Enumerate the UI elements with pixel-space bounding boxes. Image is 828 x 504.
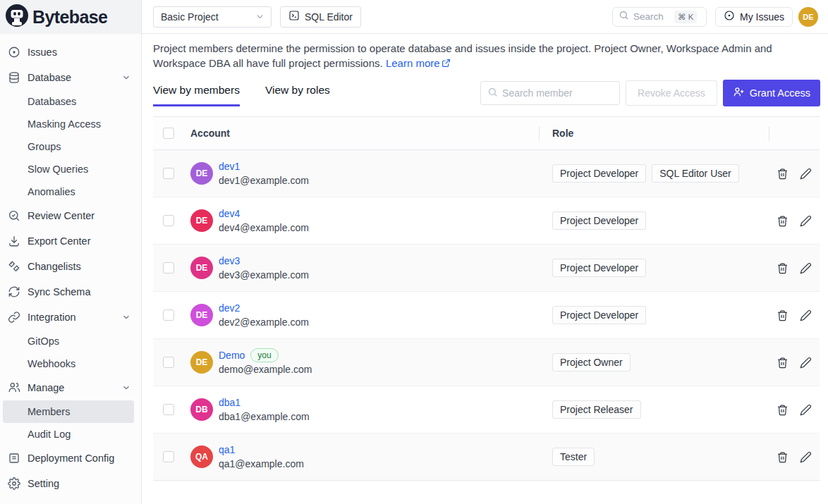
sidebar-item-audit-log[interactable]: Audit Log: [0, 423, 141, 445]
search-icon: [619, 10, 629, 23]
trash-icon[interactable]: [777, 215, 789, 227]
sidebar-item-deployment-config[interactable]: Deployment Config: [0, 445, 141, 471]
edit-pencil-icon[interactable]: [800, 404, 812, 416]
avatar: DE: [190, 351, 213, 374]
tab-view-by-roles[interactable]: View by roles: [265, 84, 330, 106]
sidebar-item-label: Review Center: [28, 210, 95, 221]
sidebar-item-label: Changelists: [28, 261, 81, 272]
refresh-icon: [7, 285, 21, 299]
sidebar-item-setting[interactable]: Setting: [0, 471, 141, 496]
sidebar-item-label: Export Center: [28, 235, 90, 247]
trash-icon[interactable]: [777, 404, 789, 416]
row-checkbox[interactable]: [163, 262, 174, 273]
top-nav: Basic Project SQL Editor ⌘ K My Issues D…: [142, 0, 828, 34]
member-name-link[interactable]: dev1: [219, 161, 240, 172]
tab-view-by-members[interactable]: View by members: [153, 84, 240, 106]
you-badge: you: [250, 348, 278, 362]
circle-dot-icon: [724, 10, 735, 23]
sidebar-item-manage[interactable]: Manage: [0, 375, 141, 400]
sidebar-item-members[interactable]: Members: [3, 400, 134, 423]
revoke-access-button[interactable]: Revoke Access: [626, 80, 717, 106]
row-checkbox[interactable]: [163, 451, 174, 462]
page-description: Project members determine the permission…: [153, 41, 816, 71]
sidebar-item-issues[interactable]: Issues: [0, 39, 141, 65]
bytebase-app: Bytebase Issues Database Databases Maski…: [0, 0, 828, 504]
bytebase-logo[interactable]: Bytebase: [0, 0, 141, 34]
trash-icon[interactable]: [777, 262, 789, 274]
trash-icon[interactable]: [777, 168, 789, 180]
my-issues-label: My Issues: [740, 11, 784, 23]
table-row: DE dev3dev3@example.com Project Develope…: [153, 245, 820, 292]
member-name-link[interactable]: dba1: [219, 397, 241, 408]
edit-pencil-icon[interactable]: [800, 309, 812, 321]
sidebar-item-integration[interactable]: Integration: [0, 305, 141, 330]
sidebar-nav: Issues Database Databases Masking Access…: [0, 34, 141, 496]
sidebar-item-groups[interactable]: Groups: [0, 135, 141, 158]
sidebar-item-sync-schema[interactable]: Sync Schema: [0, 279, 141, 305]
trash-icon[interactable]: [777, 451, 789, 463]
global-search-input[interactable]: [633, 11, 670, 22]
member-name-link[interactable]: dev4: [219, 208, 240, 219]
sidebar-item-changelists[interactable]: Changelists: [0, 254, 141, 279]
members-page: Project members determine the permission…: [142, 34, 828, 504]
member-name-link[interactable]: dev2: [219, 302, 240, 314]
edit-pencil-icon[interactable]: [800, 262, 812, 274]
sidebar-item-label: Anomalies: [28, 186, 75, 197]
trash-icon[interactable]: [777, 309, 789, 321]
row-checkbox[interactable]: [163, 357, 174, 368]
member-name-link[interactable]: dev3: [219, 255, 240, 266]
member-search[interactable]: [480, 81, 620, 105]
row-checkbox[interactable]: [163, 215, 174, 226]
edit-pencil-icon[interactable]: [800, 168, 812, 180]
row-checkbox[interactable]: [163, 309, 174, 321]
sidebar-item-label: Groups: [28, 141, 61, 152]
sidebar-item-label: Database: [28, 72, 71, 83]
sidebar-item-masking-access[interactable]: Masking Access: [0, 113, 141, 135]
edit-pencil-icon[interactable]: [800, 357, 812, 369]
sidebar-item-gitops[interactable]: GitOps: [0, 330, 141, 352]
edit-pencil-icon[interactable]: [800, 451, 812, 463]
chevron-down-icon: [255, 11, 265, 22]
sidebar-item-label: Issues: [28, 47, 57, 58]
edit-pencil-icon[interactable]: [800, 215, 812, 227]
member-email: qa1@example.com: [219, 458, 304, 469]
avatar: DE: [190, 209, 213, 232]
sidebar: Bytebase Issues Database Databases Maski…: [0, 0, 142, 504]
chevron-down-icon: [121, 73, 131, 82]
users-icon: [7, 381, 21, 395]
download-icon: [7, 234, 21, 248]
learn-more-link[interactable]: Learn more: [386, 57, 451, 69]
file-config-icon: [7, 451, 21, 465]
sidebar-item-database[interactable]: Database: [0, 65, 141, 90]
column-header-role: Role: [539, 117, 769, 149]
sidebar-item-label: Masking Access: [28, 118, 101, 130]
main-area: Basic Project SQL Editor ⌘ K My Issues D…: [142, 0, 828, 504]
grant-access-button[interactable]: Grant Access: [723, 80, 820, 106]
sidebar-item-webhooks[interactable]: Webhooks: [0, 352, 141, 375]
select-all-checkbox[interactable]: [163, 128, 174, 139]
sidebar-item-anomalies[interactable]: Anomalies: [0, 180, 141, 203]
sidebar-item-databases[interactable]: Databases: [0, 90, 141, 113]
trash-icon[interactable]: [777, 357, 789, 369]
table-row: DE dev2dev2@example.com Project Develope…: [153, 292, 820, 339]
my-issues-button[interactable]: My Issues: [715, 7, 793, 27]
sql-editor-button[interactable]: SQL Editor: [280, 6, 361, 27]
role-badge: SQL Editor User: [652, 164, 738, 183]
sidebar-item-label: Manage: [28, 382, 64, 393]
project-select[interactable]: Basic Project: [153, 6, 272, 27]
grant-access-label: Grant Access: [750, 87, 810, 99]
row-checkbox[interactable]: [163, 168, 174, 179]
member-name-link[interactable]: Demo: [219, 350, 245, 361]
sidebar-item-slow-queries[interactable]: Slow Queries: [0, 158, 141, 180]
sidebar-item-export-center[interactable]: Export Center: [0, 228, 141, 254]
row-checkbox[interactable]: [163, 404, 174, 415]
role-badge: Tester: [552, 448, 595, 466]
member-search-input[interactable]: [502, 87, 619, 99]
member-name-link[interactable]: qa1: [219, 444, 235, 455]
user-avatar[interactable]: DE: [798, 7, 818, 27]
role-badge: Project Releaser: [552, 400, 641, 419]
sidebar-item-review-center[interactable]: Review Center: [0, 203, 141, 228]
database-icon: [7, 70, 21, 85]
global-search[interactable]: ⌘ K: [612, 7, 707, 27]
column-header-account: Account: [190, 117, 539, 149]
